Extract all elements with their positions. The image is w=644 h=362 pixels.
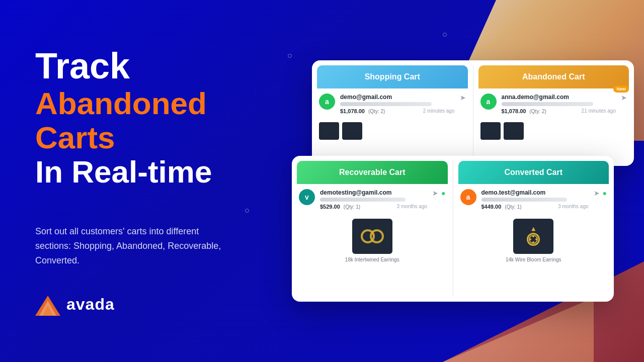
- ring-right: [370, 229, 384, 243]
- bloom-svg: [528, 234, 538, 244]
- whatsapp-icon-recoverable[interactable]: ●: [441, 189, 445, 197]
- converted-cart-product-bar: [481, 198, 567, 202]
- converted-product-label: 14k Wire Bloom Earrings: [506, 257, 561, 262]
- thumb-1: [319, 122, 339, 140]
- abandoned-cart-price: $1,078.00 (Qty: 2): [502, 108, 546, 114]
- avada-logo-icon: [35, 293, 60, 316]
- dot-1: [443, 33, 447, 37]
- shopping-cart-avatar: a: [319, 94, 335, 110]
- abandoned-cart-title: Abandoned Cart: [522, 72, 585, 81]
- converted-product-card: 14k Wire Bloom Earrings: [453, 215, 614, 266]
- recoverable-cart-time: 3 months ago: [396, 204, 427, 210]
- svg-point-7: [535, 238, 537, 240]
- dot-2: [288, 54, 292, 58]
- thumb-2: [342, 122, 362, 140]
- abandoned-cart-thumbs: [473, 119, 634, 144]
- logo-text: avada: [66, 295, 115, 314]
- abandoned-cart-time: 21 minutes ago: [582, 108, 616, 114]
- shopping-cart-product-bar: [340, 102, 432, 106]
- svg-point-4: [532, 235, 534, 237]
- converted-cart-panel: Converted Cart a demo.test@gmail.com $44…: [453, 156, 614, 302]
- converted-cart-item: a demo.test@gmail.com $449.00 (Qty: 1) 3…: [453, 184, 614, 215]
- headline: Track Abandoned Carts In Real-time: [35, 46, 242, 189]
- shopping-cart-info: demo@gmail.com $1,078.00 (Qty: 2) 2 minu…: [340, 94, 455, 114]
- shopping-cart-meta: $1,078.00 (Qty: 2) 2 minutes ago: [340, 108, 455, 114]
- logo-area: avada: [35, 293, 242, 316]
- converted-cart-info: demo.test@gmail.com $449.00 (Qty: 1) 3 m…: [481, 189, 589, 210]
- shopping-cart-panel: Shopping Cart a demo@gmail.com $1,078.00…: [312, 60, 473, 166]
- abandoned-cart-avatar: a: [480, 94, 497, 110]
- recoverable-cart-info: demotesting@gamil.com $529.00 (Qty: 1) 3…: [320, 189, 427, 210]
- left-content-area: Track Abandoned Carts In Real-time Sort …: [0, 0, 272, 362]
- converted-cart-price: $449.00 (Qty: 1): [481, 204, 522, 210]
- right-content-area: Shopping Cart a demo@gmail.com $1,078.00…: [292, 60, 634, 342]
- thumb-4: [504, 122, 524, 140]
- converted-cart-title: Converted Cart: [504, 168, 562, 176]
- abandoned-cart-header: Abandoned Cart: [478, 65, 629, 88]
- intertwined-earrings-icon: [361, 229, 384, 243]
- abandoned-cart-info: anna.demo@gmail.com $1,078.00 (Qty: 2) 2…: [502, 94, 616, 114]
- description-text: Sort out all customers' carts into diffe…: [35, 224, 236, 267]
- recoverable-cart-item: v demotesting@gamil.com $529.00 (Qty: 1)…: [292, 184, 453, 215]
- recoverable-action-icons: ➤ ●: [432, 189, 445, 197]
- shopping-cart-thumbs: [312, 119, 473, 144]
- abandoned-cart-panel: Abandoned Cart New a anna.demo@gmail.com…: [473, 60, 634, 166]
- shopping-cart-title: Shopping Cart: [365, 72, 420, 81]
- svg-point-6: [529, 238, 531, 240]
- recoverable-cart-header: Recoverable Cart: [297, 161, 448, 184]
- bottom-panel: Recoverable Cart v demotesting@gamil.com…: [292, 156, 614, 302]
- send-icon-recoverable[interactable]: ➤: [432, 189, 438, 197]
- bloom-top: [531, 227, 535, 231]
- recoverable-cart-price: $529.00 (Qty: 1): [320, 204, 360, 210]
- shopping-cart-email: demo@gmail.com: [340, 94, 455, 101]
- headline-track: Track: [35, 46, 242, 86]
- recoverable-cart-product-bar: [320, 198, 406, 202]
- converted-cart-header: Converted Cart: [458, 161, 609, 184]
- top-panel: Shopping Cart a demo@gmail.com $1,078.00…: [312, 60, 634, 166]
- recoverable-product-card: 18k Intertwined Earrings: [292, 215, 453, 266]
- thumb-3: [480, 122, 501, 140]
- abandoned-cart-meta: $1,078.00 (Qty: 2) 21 minutes ago: [502, 108, 616, 114]
- converted-product-image: [513, 219, 553, 254]
- converted-cart-avatar: a: [460, 189, 476, 205]
- new-badge: New: [613, 85, 629, 93]
- headline-realtime: In Real-time: [35, 155, 242, 189]
- abandoned-cart-product-bar: [502, 102, 593, 106]
- shopping-cart-price: $1,078.00 (Qty: 2): [340, 108, 385, 114]
- converted-cart-time: 3 months ago: [558, 204, 589, 210]
- recoverable-cart-email: demotesting@gamil.com: [320, 189, 427, 196]
- shopping-cart-item: a demo@gmail.com $1,078.00 (Qty: 2) 2 mi…: [312, 88, 473, 119]
- bloom-circle: [527, 233, 540, 246]
- recoverable-product-label: 18k Intertwined Earrings: [345, 257, 399, 262]
- send-icon-abandoned[interactable]: ➤: [621, 94, 627, 102]
- svg-point-5: [532, 241, 534, 243]
- send-icon-converted[interactable]: ➤: [594, 189, 600, 197]
- recoverable-product-image: [352, 219, 392, 254]
- recoverable-cart-meta: $529.00 (Qty: 1) 3 months ago: [320, 204, 427, 210]
- recoverable-cart-avatar: v: [299, 189, 315, 205]
- whatsapp-icon-converted[interactable]: ●: [603, 189, 607, 197]
- converted-cart-meta: $449.00 (Qty: 1) 3 months ago: [481, 204, 589, 210]
- abandoned-cart-email: anna.demo@gmail.com: [502, 94, 616, 101]
- headline-abandoned: Abandoned Carts: [35, 86, 242, 155]
- recoverable-cart-title: Recoverable Cart: [339, 168, 406, 176]
- send-icon-shopping[interactable]: ➤: [460, 94, 466, 102]
- bloom-earrings-icon: [527, 227, 540, 246]
- converted-action-icons: ➤ ●: [594, 189, 607, 197]
- shopping-cart-header: Shopping Cart: [317, 65, 468, 88]
- converted-cart-email: demo.test@gmail.com: [481, 189, 589, 196]
- abandoned-cart-item: New a anna.demo@gmail.com $1,078.00 (Qty…: [473, 88, 634, 119]
- recoverable-cart-panel: Recoverable Cart v demotesting@gamil.com…: [292, 156, 453, 302]
- shopping-cart-time: 2 minutes ago: [423, 108, 455, 114]
